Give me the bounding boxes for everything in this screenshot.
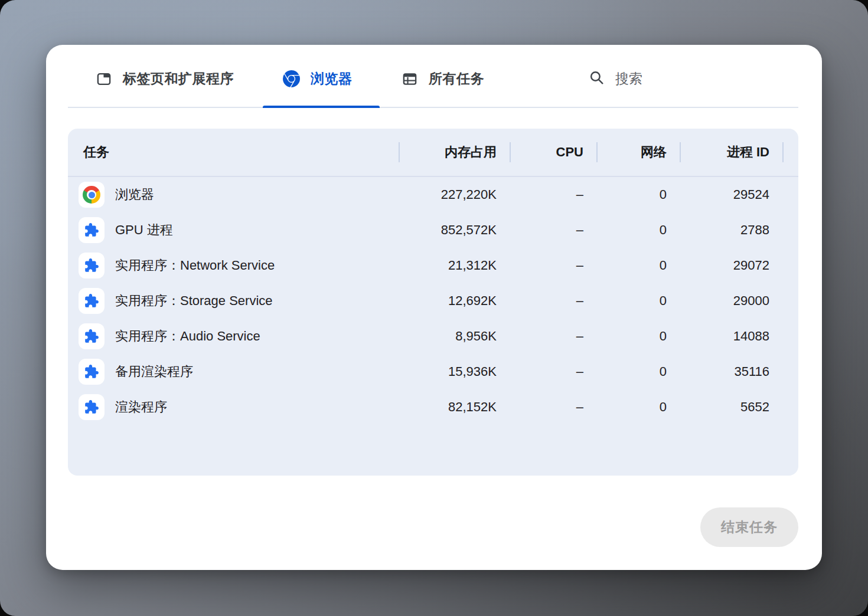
table-header-row: 任务 内存占用 CPU 网络 进程 ID	[68, 129, 798, 177]
cpu-value: –	[510, 258, 596, 273]
search-input[interactable]	[614, 70, 756, 87]
cpu-value: –	[510, 364, 596, 379]
extension-puzzle-icon	[84, 399, 99, 415]
table-row[interactable]: 备用渲染程序 15,936K – 0 35116	[68, 354, 798, 389]
tab-all-tasks[interactable]: 所有任务	[402, 50, 484, 108]
pid-value: 35116	[680, 364, 782, 379]
icon-tile	[79, 182, 105, 208]
table-row[interactable]: GPU 进程 852,572K – 0 2788	[68, 212, 798, 248]
column-header-memory[interactable]: 内存占用	[399, 129, 510, 176]
table-row[interactable]: 实用程序：Storage Service 12,692K – 0 29000	[68, 283, 798, 319]
column-header-cpu[interactable]: CPU	[510, 129, 596, 176]
memory-value: 82,152K	[399, 399, 510, 415]
icon-tile	[79, 253, 105, 278]
table-row[interactable]: 浏览器 227,220K – 0 29524	[68, 177, 798, 212]
task-name: 渲染程序	[115, 398, 167, 416]
tab-label: 所有任务	[429, 70, 484, 88]
column-header-network[interactable]: 网络	[596, 129, 680, 176]
cpu-value: –	[510, 329, 596, 344]
table-row[interactable]: 实用程序：Audio Service 8,956K – 0 14088	[68, 319, 798, 354]
pid-value: 5652	[680, 399, 782, 415]
pid-value: 2788	[680, 222, 782, 238]
memory-value: 852,572K	[399, 222, 510, 238]
memory-value: 21,312K	[399, 258, 510, 273]
column-header-task[interactable]: 任务	[68, 143, 399, 161]
table-row[interactable]: 渲染程序 82,152K – 0 5652	[68, 389, 798, 425]
search-icon	[589, 70, 605, 88]
memory-value: 12,692K	[399, 293, 510, 309]
network-value: 0	[596, 293, 680, 309]
cpu-value: –	[510, 187, 596, 202]
extension-puzzle-icon	[84, 364, 99, 379]
icon-tile	[79, 288, 105, 314]
chrome-logo-icon	[83, 186, 100, 204]
pid-value: 29524	[680, 187, 782, 202]
icon-tile	[79, 217, 105, 243]
process-table: 任务 内存占用 CPU 网络 进程 ID 浏览器 227,220K – 0 29…	[68, 129, 798, 476]
task-name: 实用程序：Audio Service	[115, 327, 260, 345]
search-box	[589, 50, 756, 108]
pid-value: 29000	[680, 293, 782, 309]
tab-label: 浏览器	[311, 70, 353, 88]
memory-value: 15,936K	[399, 364, 510, 379]
network-value: 0	[596, 329, 680, 344]
icon-tile	[79, 394, 105, 420]
tab-divider	[68, 107, 798, 108]
table-row[interactable]: 实用程序：Network Service 21,312K – 0 29072	[68, 248, 798, 283]
network-value: 0	[596, 258, 680, 273]
extension-puzzle-icon	[84, 293, 99, 309]
tab-browser[interactable]: 浏览器	[283, 50, 353, 108]
extension-puzzle-icon	[84, 329, 99, 344]
task-name: 浏览器	[115, 186, 154, 204]
desktop-background: 标签页和扩展程序 浏览器	[0, 0, 868, 616]
task-manager-window: 标签页和扩展程序 浏览器	[46, 45, 822, 570]
task-name: 实用程序：Storage Service	[115, 292, 273, 310]
column-header-spacer	[782, 129, 798, 176]
tab-outline-icon	[96, 71, 112, 87]
network-value: 0	[596, 364, 680, 379]
network-value: 0	[596, 399, 680, 415]
active-tab-indicator	[263, 106, 380, 108]
cpu-value: –	[510, 399, 596, 415]
icon-tile	[79, 323, 105, 349]
column-header-pid[interactable]: 进程 ID	[680, 129, 782, 176]
extension-puzzle-icon	[84, 222, 99, 238]
task-name: GPU 进程	[115, 221, 173, 239]
icon-tile	[79, 359, 105, 385]
task-name: 实用程序：Network Service	[115, 257, 275, 274]
pid-value: 14088	[680, 329, 782, 344]
cpu-value: –	[510, 222, 596, 238]
memory-value: 8,956K	[399, 329, 510, 344]
tab-tabs-and-extensions[interactable]: 标签页和扩展程序	[96, 50, 234, 108]
task-name: 备用渲染程序	[115, 363, 193, 381]
chrome-mono-icon	[283, 70, 300, 87]
network-value: 0	[596, 187, 680, 202]
extension-puzzle-icon	[84, 258, 99, 273]
end-task-button[interactable]: 结束任务	[700, 507, 798, 547]
memory-value: 227,220K	[399, 187, 510, 202]
network-value: 0	[596, 222, 680, 238]
tab-label: 标签页和扩展程序	[123, 70, 234, 88]
all-tasks-table-icon	[402, 71, 418, 87]
tab-bar: 标签页和扩展程序 浏览器	[46, 45, 822, 108]
cpu-value: –	[510, 293, 596, 309]
pid-value: 29072	[680, 258, 782, 273]
